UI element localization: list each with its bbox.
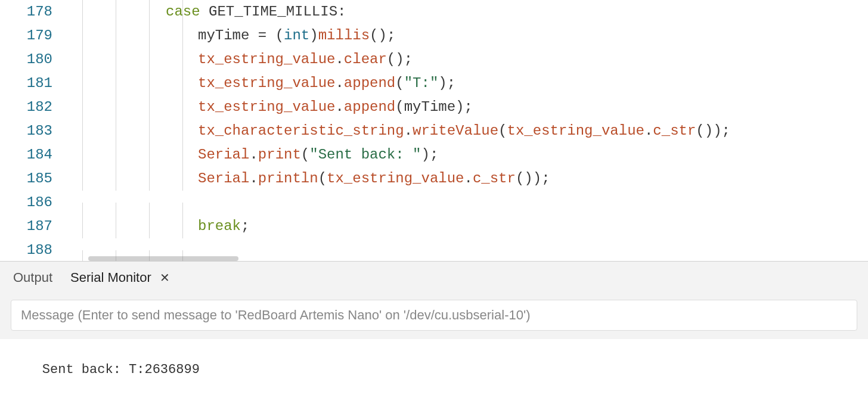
code-token: tx_estring_value bbox=[327, 170, 464, 187]
line-number: 185 bbox=[0, 167, 66, 191]
code-line[interactable]: 180tx_estring_value.clear(); bbox=[0, 48, 868, 72]
code-token: (); bbox=[387, 51, 413, 67]
code-token: : bbox=[337, 4, 346, 20]
code-text[interactable]: break; bbox=[66, 215, 868, 238]
code-text[interactable]: tx_characteristic_string.writeValue(tx_e… bbox=[66, 119, 868, 143]
code-line[interactable]: 186 bbox=[0, 191, 868, 215]
code-token: . bbox=[335, 99, 343, 115]
code-token: . bbox=[644, 123, 653, 139]
code-token: "Sent back: " bbox=[309, 147, 421, 163]
code-token: c_str bbox=[473, 170, 516, 187]
line-number: 184 bbox=[0, 143, 66, 167]
code-token: . bbox=[335, 51, 343, 67]
code-token: tx_estring_value bbox=[507, 123, 644, 139]
code-line[interactable]: 187break; bbox=[0, 215, 868, 238]
horizontal-scrollbar-thumb[interactable] bbox=[88, 256, 238, 261]
code-token: ( bbox=[395, 75, 404, 91]
code-token: ); bbox=[438, 75, 455, 91]
code-token: GET_TIME_MILLIS bbox=[209, 4, 337, 20]
code-token: ( bbox=[301, 147, 309, 163]
line-number: 187 bbox=[0, 215, 66, 238]
panel-tabs: Output Serial Monitor ✕ bbox=[0, 262, 868, 294]
code-token: append bbox=[344, 99, 395, 115]
line-number: 183 bbox=[0, 119, 66, 143]
code-token: tx_characteristic_string bbox=[198, 123, 404, 139]
tab-output[interactable]: Output bbox=[13, 270, 52, 285]
code-token: ()); bbox=[516, 170, 550, 187]
code-token: ( bbox=[498, 123, 507, 139]
line-number: 182 bbox=[0, 95, 66, 119]
code-token: "T:" bbox=[404, 75, 439, 91]
code-token: tx_estring_value bbox=[198, 51, 335, 67]
line-number: 179 bbox=[0, 24, 66, 48]
code-text[interactable]: tx_estring_value.append("T:"); bbox=[66, 72, 868, 95]
code-token: . bbox=[464, 170, 473, 187]
code-line[interactable]: 179myTime = (int)millis(); bbox=[0, 24, 868, 48]
code-token: clear bbox=[344, 51, 387, 67]
code-token: int bbox=[284, 27, 309, 43]
code-token: Serial bbox=[198, 147, 249, 163]
code-token: . bbox=[249, 170, 258, 187]
code-line[interactable]: 178case GET_TIME_MILLIS: bbox=[0, 0, 868, 24]
code-line[interactable]: 183tx_characteristic_string.writeValue(t… bbox=[0, 119, 868, 143]
line-number: 188 bbox=[0, 238, 66, 261]
code-token: case bbox=[166, 4, 209, 20]
code-line[interactable]: 181tx_estring_value.append("T:"); bbox=[0, 72, 868, 95]
bottom-panel: Output Serial Monitor ✕ Sent back: T:263… bbox=[0, 261, 868, 404]
code-token: break bbox=[198, 218, 241, 234]
code-token: (myTime); bbox=[395, 99, 473, 115]
code-text[interactable]: tx_estring_value.append(myTime); bbox=[66, 95, 868, 119]
line-number: 181 bbox=[0, 72, 66, 95]
line-number: 186 bbox=[0, 191, 66, 215]
code-token: c_str bbox=[653, 123, 696, 139]
code-token: ()); bbox=[696, 123, 730, 139]
code-editor[interactable]: 178case GET_TIME_MILLIS:179myTime = (int… bbox=[0, 0, 868, 261]
code-token: . bbox=[335, 75, 343, 91]
code-token: ); bbox=[421, 147, 438, 163]
code-token: (); bbox=[370, 27, 395, 43]
serial-message-input[interactable] bbox=[11, 300, 857, 331]
tab-serial-monitor-label: Serial Monitor bbox=[70, 270, 151, 285]
serial-output: Sent back: T:2636899 bbox=[0, 339, 868, 404]
serial-output-line: Sent back: T:2636899 bbox=[42, 362, 200, 377]
code-token: = bbox=[258, 27, 275, 43]
code-token: tx_estring_value bbox=[198, 99, 335, 115]
code-line[interactable]: 184Serial.print("Sent back: "); bbox=[0, 143, 868, 167]
code-line[interactable]: 185Serial.println(tx_estring_value.c_str… bbox=[0, 167, 868, 191]
code-text[interactable]: case GET_TIME_MILLIS: bbox=[66, 0, 868, 24]
tab-serial-monitor[interactable]: Serial Monitor ✕ bbox=[70, 270, 170, 285]
code-token: ( bbox=[318, 170, 327, 187]
line-number: 180 bbox=[0, 48, 66, 72]
code-token: . bbox=[404, 123, 413, 139]
code-token: millis bbox=[318, 27, 370, 43]
code-token: myTime bbox=[198, 27, 258, 43]
code-token: writeValue bbox=[413, 123, 498, 139]
code-text[interactable]: Serial.print("Sent back: "); bbox=[66, 143, 868, 167]
code-token: Serial bbox=[198, 170, 249, 187]
code-token: ; bbox=[241, 218, 249, 234]
code-token: append bbox=[344, 75, 395, 91]
serial-input-row bbox=[0, 294, 868, 339]
code-token: println bbox=[258, 170, 318, 187]
close-icon[interactable]: ✕ bbox=[160, 272, 170, 284]
code-token: ) bbox=[309, 27, 318, 43]
code-token: ( bbox=[275, 27, 284, 43]
code-text[interactable]: myTime = (int)millis(); bbox=[66, 24, 868, 48]
tab-output-label: Output bbox=[13, 270, 52, 285]
code-text[interactable]: Serial.println(tx_estring_value.c_str())… bbox=[66, 167, 868, 191]
code-text[interactable]: tx_estring_value.clear(); bbox=[66, 48, 868, 72]
code-token: . bbox=[249, 147, 258, 163]
code-token: tx_estring_value bbox=[198, 75, 335, 91]
code-line[interactable]: 182tx_estring_value.append(myTime); bbox=[0, 95, 868, 119]
line-number: 178 bbox=[0, 0, 66, 24]
code-token: print bbox=[258, 147, 301, 163]
